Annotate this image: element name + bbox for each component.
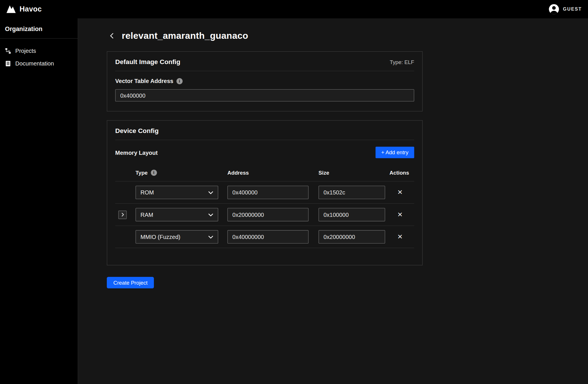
image-type-label: Type: ELF bbox=[390, 59, 414, 65]
brand-title: Havoc bbox=[20, 5, 42, 13]
col-header-type-label: Type bbox=[136, 169, 148, 175]
vector-table-address-label: Vector Table Address bbox=[115, 78, 173, 84]
user-menu-button[interactable]: GUEST bbox=[548, 3, 582, 15]
chevron-down-icon bbox=[208, 191, 213, 194]
type-select-value: RAM bbox=[140, 211, 153, 218]
delete-row-button[interactable]: ✕ bbox=[385, 233, 415, 241]
back-button[interactable] bbox=[107, 31, 117, 41]
size-input[interactable] bbox=[318, 230, 385, 244]
main-content: relevant_amaranth_guanaco Default Image … bbox=[78, 18, 588, 384]
default-image-config-card: Default Image Config Type: ELF Vector Ta… bbox=[107, 51, 423, 111]
default-image-config-title: Default Image Config bbox=[115, 58, 180, 66]
chevron-right-icon bbox=[121, 213, 124, 217]
vector-table-address-field-label: Vector Table Address i bbox=[115, 78, 414, 84]
user-label: GUEST bbox=[563, 7, 582, 12]
table-tail-spacer bbox=[115, 248, 414, 265]
col-header-size: Size bbox=[318, 169, 384, 175]
memory-layout-row: Memory Layout + Add entry bbox=[107, 140, 422, 164]
memory-row: ROM ✕ bbox=[115, 182, 414, 204]
close-icon: ✕ bbox=[397, 189, 403, 196]
documentation-icon bbox=[5, 60, 11, 66]
card-head: Default Image Config Type: ELF bbox=[107, 52, 422, 71]
chevron-down-icon bbox=[208, 235, 213, 238]
brand-home-link[interactable]: Havoc bbox=[6, 5, 42, 13]
create-project-button[interactable]: Create Project bbox=[107, 277, 154, 288]
delete-row-button[interactable]: ✕ bbox=[385, 211, 415, 219]
sidebar-item-documentation[interactable]: Documentation bbox=[0, 57, 78, 70]
page-head: relevant_amaranth_guanaco bbox=[107, 29, 588, 43]
page-title: relevant_amaranth_guanaco bbox=[122, 30, 248, 41]
sidebar-item-label: Documentation bbox=[15, 60, 54, 67]
device-config-card: Device Config Memory Layout + Add entry … bbox=[107, 120, 423, 265]
close-icon: ✕ bbox=[397, 233, 403, 240]
memory-row: RAM ✕ bbox=[115, 204, 414, 226]
projects-icon bbox=[5, 48, 11, 54]
col-header-address: Address bbox=[227, 169, 318, 175]
havoc-logo-icon bbox=[6, 5, 16, 13]
col-header-type: Type i bbox=[136, 169, 227, 175]
type-select-value: ROM bbox=[140, 189, 154, 196]
type-select[interactable]: RAM bbox=[136, 208, 218, 221]
memory-layout-table: Type i Address Size Actions ROM bbox=[115, 164, 414, 265]
size-input[interactable] bbox=[318, 208, 385, 221]
vector-table-address-input[interactable] bbox=[115, 89, 414, 102]
type-select[interactable]: ROM bbox=[136, 186, 218, 199]
info-icon[interactable]: i bbox=[176, 78, 182, 84]
close-icon: ✕ bbox=[397, 211, 403, 218]
add-entry-button[interactable]: + Add entry bbox=[376, 147, 414, 158]
delete-row-button[interactable]: ✕ bbox=[385, 188, 415, 196]
type-select[interactable]: MMIO (Fuzzed) bbox=[136, 230, 218, 244]
chevron-left-icon bbox=[108, 32, 115, 39]
address-input[interactable] bbox=[227, 186, 309, 199]
user-avatar-icon bbox=[548, 3, 560, 15]
sidebar-section-title: Organization bbox=[0, 18, 78, 38]
col-header-actions: Actions bbox=[384, 169, 414, 175]
card-body: Vector Table Address i bbox=[107, 71, 422, 111]
type-select-value: MMIO (Fuzzed) bbox=[140, 234, 180, 240]
card-head: Device Config bbox=[107, 121, 422, 140]
sidebar-nav: Projects Documentation bbox=[0, 39, 78, 76]
topbar: Havoc GUEST bbox=[0, 0, 588, 18]
type-info-icon[interactable]: i bbox=[151, 169, 157, 175]
sidebar-item-label: Projects bbox=[15, 47, 36, 54]
chevron-down-icon bbox=[208, 213, 213, 216]
sidebar-item-projects[interactable]: Projects bbox=[0, 45, 78, 57]
memory-row: MMIO (Fuzzed) ✕ bbox=[115, 226, 414, 248]
table-header: Type i Address Size Actions bbox=[115, 164, 414, 182]
address-input[interactable] bbox=[227, 208, 309, 221]
size-input[interactable] bbox=[318, 186, 385, 199]
device-config-title: Device Config bbox=[115, 127, 158, 135]
app-root: Havoc GUEST Organization bbox=[0, 0, 588, 384]
address-input[interactable] bbox=[227, 230, 309, 244]
sidebar: Organization Projects bbox=[0, 18, 78, 384]
memory-layout-label: Memory Layout bbox=[115, 149, 158, 156]
expand-row-button[interactable] bbox=[118, 211, 127, 219]
